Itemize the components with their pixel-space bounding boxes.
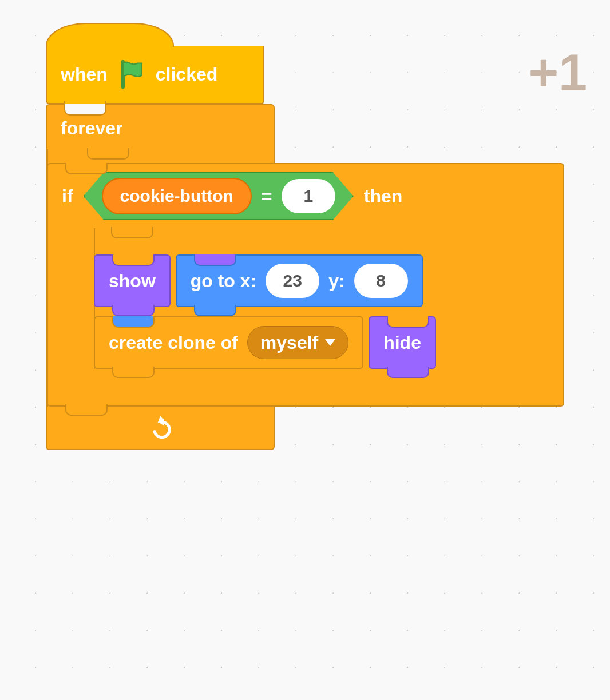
hat-when-label: when [61,64,108,85]
goto-x-input[interactable]: 23 [266,264,319,298]
hat-clicked-label: clicked [156,64,218,85]
clone-target-dropdown[interactable]: myself [247,326,348,359]
clone-target-label: myself [260,332,318,353]
flag-icon [117,59,146,89]
equals-sign: = [261,185,272,208]
goto-y-input[interactable]: 8 [354,264,408,298]
loop-arrow-icon [149,416,172,439]
forever-mouth: if cookie-button = 1 then [47,149,564,407]
forever-foot [47,407,274,449]
forever-block[interactable]: forever if cookie-button = 1 then [46,104,275,450]
equals-value-input[interactable]: 1 [282,179,335,213]
variable-reporter[interactable]: cookie-button [102,178,252,214]
if-label: if [62,186,73,207]
then-label: then [364,186,403,207]
if-arm [48,228,95,369]
overlay-plus-one: +1 [528,43,587,102]
create-clone-block[interactable]: create clone of myself [94,316,363,369]
hide-block[interactable]: hide [369,316,436,369]
goto-xy-block[interactable]: go to x: 23 y: 8 [176,254,423,307]
clone-prefix: create clone of [109,332,238,353]
scratch-script: when clicked forever if cookie-button = [46,23,275,450]
equals-operator[interactable]: cookie-button = 1 [84,172,354,220]
hide-label: hide [383,332,421,353]
forever-label: forever [61,118,123,138]
hat-when-flag-clicked[interactable]: when clicked [46,46,264,104]
if-mouth: show go to x: 23 y: 8 [94,228,563,369]
if-foot [48,369,563,405]
goto-prefix: go to x: [191,271,257,292]
forever-head: forever [47,105,274,149]
show-label: show [109,271,156,292]
if-block[interactable]: if cookie-button = 1 then [47,163,564,407]
show-block[interactable]: show [94,254,171,307]
goto-mid: y: [328,271,344,292]
chevron-down-icon [325,339,335,346]
